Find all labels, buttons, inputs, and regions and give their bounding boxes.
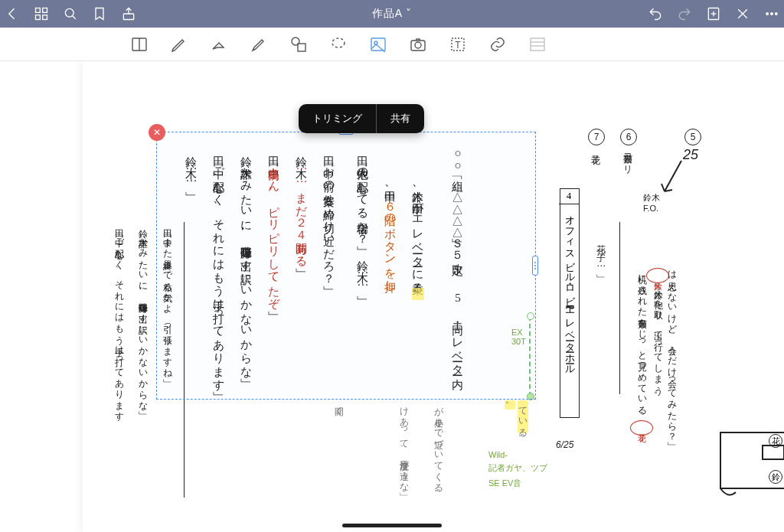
room-sketch: 花 鈴 bbox=[717, 429, 784, 498]
bookmark-icon[interactable] bbox=[92, 6, 107, 21]
below-a: が小走りで近づいてくる。 bbox=[431, 400, 446, 498]
green-note-gaiya: 記者ガヤ、ツブ bbox=[488, 462, 547, 474]
toolbar: T bbox=[0, 28, 784, 61]
selection-handle-right[interactable] bbox=[532, 256, 538, 276]
svg-rect-3 bbox=[43, 15, 47, 20]
lasso-icon[interactable] bbox=[329, 35, 348, 54]
camera-icon[interactable] bbox=[409, 35, 427, 54]
template-icon[interactable] bbox=[528, 35, 547, 54]
new-page-icon[interactable] bbox=[706, 6, 721, 21]
search-icon[interactable] bbox=[63, 6, 78, 21]
line-hanako-ellipsis: 花 子「……」 bbox=[593, 237, 608, 269]
scene-4-box: 4 オフィスビル・ロビー〜エレベーターホール bbox=[560, 188, 580, 418]
more-icon[interactable] bbox=[764, 6, 779, 21]
note-circle-7: 7 bbox=[588, 129, 605, 145]
svg-point-12 bbox=[766, 13, 769, 15]
svg-text:T: T bbox=[455, 40, 461, 51]
svg-point-13 bbox=[771, 13, 773, 15]
redo-icon[interactable] bbox=[677, 6, 692, 21]
arrow-icon bbox=[658, 159, 689, 197]
below-e: 。 bbox=[502, 400, 517, 410]
line-omoeru: は思えないけど、会うだけ会ってみたら？」 bbox=[665, 264, 679, 436]
svg-rect-18 bbox=[298, 44, 305, 51]
back-icon[interactable] bbox=[5, 6, 20, 21]
text-icon[interactable]: T bbox=[449, 35, 467, 54]
below-d: ている。 bbox=[515, 400, 530, 442]
green-note-se: SE EV音 bbox=[488, 478, 521, 489]
selection-close-button[interactable]: ✕ bbox=[149, 124, 165, 141]
read-mode-icon[interactable] bbox=[130, 35, 149, 54]
svg-line-5 bbox=[73, 16, 76, 19]
svg-rect-2 bbox=[36, 15, 41, 20]
share-icon[interactable] bbox=[121, 6, 136, 21]
layout-grid-icon[interactable] bbox=[34, 6, 49, 21]
pen-icon[interactable] bbox=[170, 35, 188, 54]
svg-point-4 bbox=[65, 8, 74, 17]
canvas[interactable]: 7 6 5 花子 書類ヨリ 25 鈴木 F.O. 花 子「……」 机に残された書… bbox=[0, 61, 784, 532]
context-menu: トリミング 共有 bbox=[299, 104, 424, 133]
below-b: けあって、注目度が違うな」 bbox=[397, 400, 411, 487]
note-circle-6: 6 bbox=[620, 129, 637, 145]
selection-box[interactable]: ✕ bbox=[156, 132, 536, 400]
svg-point-19 bbox=[332, 38, 345, 47]
below-c: 開く。 bbox=[332, 400, 346, 421]
svg-point-23 bbox=[415, 42, 421, 48]
highlighter-icon[interactable] bbox=[250, 35, 268, 54]
image-icon[interactable] bbox=[369, 35, 387, 54]
titlebar: 作品A ˅ bbox=[0, 0, 784, 28]
menu-trim[interactable]: トリミング bbox=[299, 104, 376, 133]
document-title[interactable]: 作品A ˅ bbox=[136, 7, 648, 21]
green-note-wild: Wild- bbox=[488, 450, 508, 459]
note-suzuki-fo: 鈴木 F.O. bbox=[643, 192, 660, 213]
undo-icon[interactable] bbox=[648, 6, 663, 21]
note-book-6: 書類ヨリ bbox=[620, 147, 635, 169]
svg-rect-6 bbox=[123, 14, 133, 20]
close-icon[interactable] bbox=[735, 6, 750, 21]
divider-vert bbox=[619, 222, 620, 394]
menu-share[interactable]: 共有 bbox=[376, 104, 424, 133]
shape-icon[interactable] bbox=[289, 35, 308, 54]
svg-point-14 bbox=[776, 13, 778, 15]
eraser-icon[interactable] bbox=[210, 35, 228, 54]
link-icon[interactable] bbox=[488, 35, 507, 54]
home-indicator[interactable] bbox=[342, 524, 442, 527]
note-circle-5: 5 bbox=[684, 129, 701, 145]
svg-rect-20 bbox=[371, 38, 385, 51]
svg-rect-0 bbox=[36, 8, 41, 13]
svg-rect-26 bbox=[531, 38, 544, 51]
scene-4-date: 6/25 bbox=[556, 439, 573, 450]
page: 7 6 5 花子 書類ヨリ 25 鈴木 F.O. 花 子「……」 机に残された書… bbox=[83, 61, 784, 532]
svg-rect-1 bbox=[43, 8, 47, 13]
